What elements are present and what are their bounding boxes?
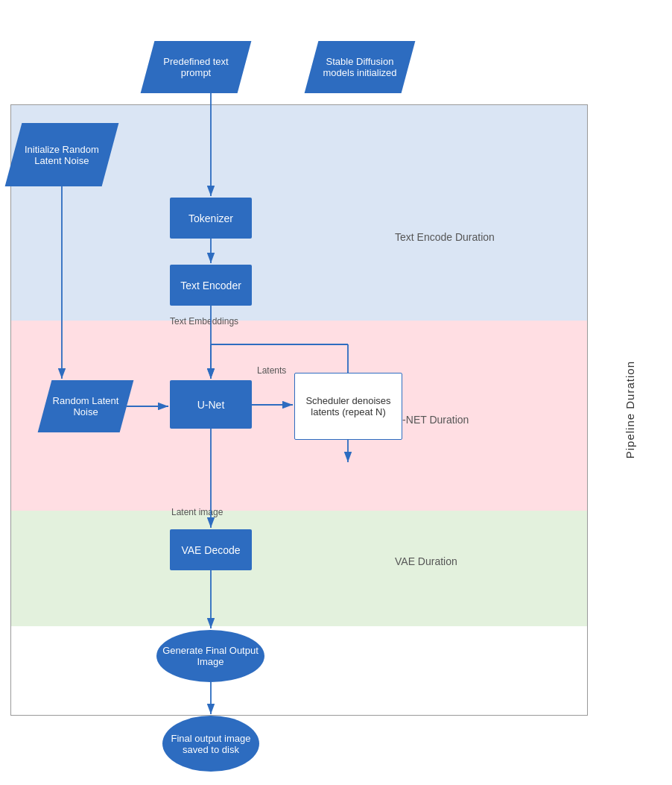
pipeline-duration-label: Pipeline Duration xyxy=(596,104,663,716)
latent-image-label: Latent image xyxy=(171,507,223,517)
text-encode-label: Text Encode Duration xyxy=(395,231,495,243)
text-encoder-node: Text Encoder xyxy=(170,265,252,306)
tokenizer-node: Tokenizer xyxy=(170,198,252,239)
unet-label: U-NET Duration xyxy=(395,414,469,426)
final-saved-node: Final output image saved to disk xyxy=(162,716,259,772)
unet-node: U-Net xyxy=(170,380,252,429)
stable-diffusion-init-node: Stable Diffusion models initialized xyxy=(305,41,416,93)
diagram-container: Text Encode Duration U-NET Duration VAE … xyxy=(0,0,672,785)
generate-final-node: Generate Final Output Image xyxy=(156,630,264,682)
random-latent-noise-node: Random Latent Noise xyxy=(38,380,134,432)
latents-label: Latents xyxy=(257,365,286,376)
predefined-text-node: Predefined text prompt xyxy=(141,41,252,93)
vae-decode-node: VAE Decode xyxy=(170,529,252,570)
text-embeddings-label: Text Embeddings xyxy=(170,316,238,327)
scheduler-node: Scheduler denoises latents (repeat N) xyxy=(294,373,402,440)
initialize-latent-node: Initialize Random Latent Noise xyxy=(5,123,119,186)
vae-label: VAE Duration xyxy=(395,555,457,567)
